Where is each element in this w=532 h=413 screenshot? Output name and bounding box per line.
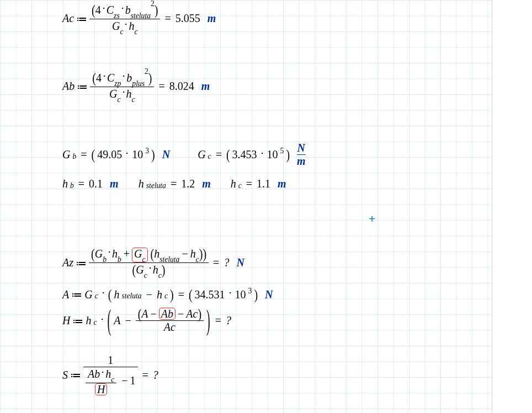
val-Ab: 8.024 <box>169 80 194 93</box>
fraction-Az: (Gb⋅hb+Gc (hsteluta−hc)) (Gc⋅hc) <box>89 247 209 278</box>
sym-Gb: G <box>62 148 70 161</box>
fraction-Ac: (4⋅Czs⋅bsteluta2) Gc⋅hc <box>89 3 160 35</box>
unit-N: N <box>162 148 170 161</box>
worksheet: Ac ≔ (4⋅Czs⋅bsteluta2) Gc⋅hc = 5.055 m A… <box>0 0 532 413</box>
fraction-H: (A−Ab−Ac) Ac <box>136 308 204 334</box>
sym-A: A <box>62 288 69 301</box>
fraction-S-outer: 1 Ab⋅hc H −1 <box>83 354 138 396</box>
unit-m: m <box>208 12 216 25</box>
unit-m: m <box>110 178 119 190</box>
equation-Ac[interactable]: Ac ≔ (4⋅Czs⋅bsteluta2) Gc⋅hc = 5.055 m <box>62 3 216 35</box>
fraction-Ab: (4⋅Czp⋅bplus2) Gc⋅hc <box>90 71 154 103</box>
insertion-cursor-icon[interactable]: + <box>369 212 376 226</box>
unit-m: m <box>201 80 210 93</box>
unit-N: N <box>236 256 244 269</box>
error-Gc: Gc <box>132 248 148 262</box>
equation-A[interactable]: A ≔ Gc ⋅ (hsteluta−hc) = (34.531⋅103) N <box>62 288 273 301</box>
assign-op: ≔ <box>76 256 87 270</box>
sym-H: H <box>62 314 70 327</box>
error-H: H <box>95 383 107 395</box>
row-Gb-Gc[interactable]: Gb = (49.05⋅103) N Gc = (3.453⋅105) N m <box>62 142 306 168</box>
assign-op: ≔ <box>72 314 83 328</box>
sym-Ac: Ac <box>62 12 74 25</box>
result-unknown: ? <box>153 369 158 382</box>
equation-Ab[interactable]: Ab ≔ (4⋅Czp⋅bplus2) Gc⋅hc = 8.024 m <box>62 71 210 103</box>
fraction-S-inner: Ab⋅hc H <box>86 367 116 396</box>
assign-op: ≔ <box>70 368 81 382</box>
unit-m: m <box>278 178 286 190</box>
sym-Az: Az <box>62 256 73 269</box>
val-Ac: 5.055 <box>175 12 200 25</box>
sym-Ab: Ab <box>62 80 75 93</box>
equation-S[interactable]: S ≔ 1 Ab⋅hc H −1 = ? <box>62 354 158 396</box>
assign-op: ≔ <box>71 288 82 301</box>
row-heights[interactable]: hb =0.1 m hsteluta =1.2 m hc =1.1 m <box>62 178 286 190</box>
assign-op: ≔ <box>76 12 87 25</box>
assign-op: ≔ <box>77 80 88 93</box>
sym-hsteluta: h <box>139 178 144 190</box>
unit-m: m <box>202 178 211 190</box>
sym-hc: h <box>231 178 236 190</box>
result-unknown: ? <box>226 314 231 327</box>
result-unknown: ? <box>224 256 229 269</box>
equation-H[interactable]: H ≔ hc ⋅ ( A − (A−Ab−Ac) Ac ) = ? <box>62 308 231 334</box>
unit-N-over-m: N m <box>297 142 306 168</box>
error-Ab: Ab <box>159 308 175 320</box>
equation-Az[interactable]: Az ≔ (Gb⋅hb+Gc (hsteluta−hc)) (Gc⋅hc) = … <box>62 247 244 278</box>
sym-S: S <box>62 369 68 382</box>
sym-Gc: G <box>198 148 205 161</box>
sym-hb: h <box>62 178 68 190</box>
unit-N: N <box>265 288 273 301</box>
